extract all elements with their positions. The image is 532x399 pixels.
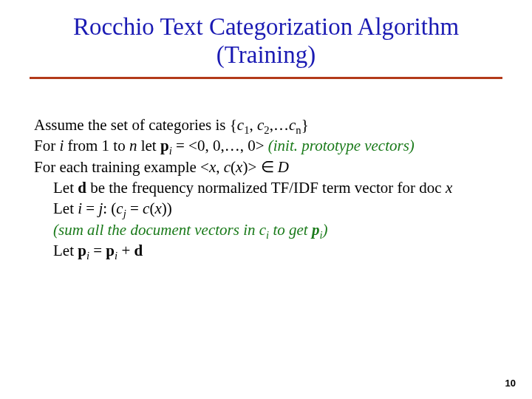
t: ) (323, 221, 328, 239)
t: = (126, 200, 143, 217)
t: x (154, 200, 161, 217)
sub: 1 (244, 124, 249, 136)
t: = <0, 0,…, 0> (172, 137, 268, 154)
line-3: For each training example <x, c(x)> ∈ D (34, 157, 502, 177)
t: : ( (103, 200, 116, 217)
t: ) (167, 200, 172, 217)
t: For each training example < (34, 158, 209, 176)
slide-title: Rocchio Text Categorization Algorithm (T… (30, 13, 502, 69)
t: c (116, 200, 123, 217)
t: p (106, 242, 115, 259)
t: d (134, 242, 143, 259)
t: ) (162, 200, 167, 217)
t: be the frequency normalized TF/IDF term … (86, 179, 446, 197)
t: ,… (270, 116, 289, 134)
t: d (78, 179, 86, 197)
line-4: Let d be the frequency normalized TF/IDF… (34, 177, 502, 198)
t: Let (53, 179, 78, 197)
t: c (257, 116, 264, 134)
t: = (89, 242, 106, 259)
slide-body: Assume the set of categories is {c1, c2,… (30, 115, 502, 261)
page-number: 10 (505, 378, 516, 389)
t: c (289, 116, 296, 134)
title-line2: (Training) (216, 41, 316, 68)
t: D (278, 158, 289, 176)
t: } (301, 116, 309, 134)
slide: Rocchio Text Categorization Algorithm (T… (0, 0, 532, 399)
sub: 2 (264, 124, 269, 136)
t: , (250, 116, 258, 134)
line-7: Let pi = pi + d (34, 240, 502, 261)
t: > ∈ (248, 158, 277, 176)
t: p (312, 221, 320, 239)
line-1: Assume the set of categories is {c1, c2,… (34, 115, 502, 135)
t: , (216, 158, 224, 176)
t: p (78, 242, 86, 259)
comment: (init. prototype vectors) (268, 137, 415, 154)
t: x (446, 179, 452, 197)
t: c (224, 158, 231, 176)
t: to get (269, 221, 312, 239)
t: + (117, 242, 134, 259)
t: n (129, 137, 137, 154)
sub: n (296, 124, 301, 136)
title-line1: Rocchio Text Categorization Algorithm (73, 13, 459, 40)
title-rule (30, 77, 502, 79)
line-2: For i from 1 to n let pi = <0, 0,…, 0> (… (34, 135, 502, 156)
line-5: Let i = j: (cj = c(x)) (34, 198, 502, 219)
t: (sum all the document vectors in c (53, 221, 266, 239)
line-6: (sum all the document vectors in ci to g… (34, 219, 502, 240)
t: x (209, 158, 216, 176)
t: = (82, 200, 98, 217)
t: from 1 to (64, 137, 129, 154)
t: Let (53, 242, 78, 259)
t: let (137, 137, 160, 154)
t: Let (53, 200, 78, 217)
t: For (34, 137, 59, 154)
t: p (160, 137, 169, 154)
t: c (237, 116, 244, 134)
t: Assume the set of categories is { (34, 116, 237, 134)
